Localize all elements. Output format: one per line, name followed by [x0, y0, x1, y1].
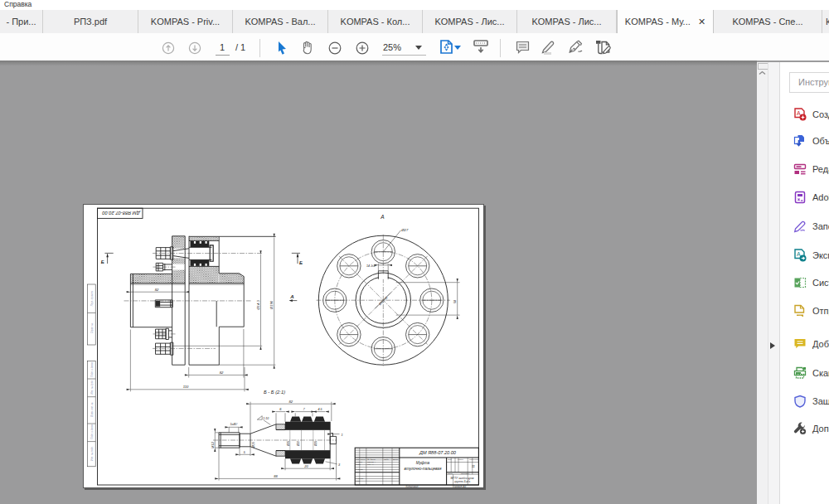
svg-text:58: 58: [453, 299, 457, 303]
svg-text:ДМ Я88-07.20.00: ДМ Я88-07.20.00: [102, 211, 141, 216]
svg-text:Перв. примен.: Перв. примен.: [90, 290, 94, 306]
svg-text:Лист: Лист: [360, 458, 366, 460]
svg-text:3: 3: [338, 463, 341, 467]
svg-text:Ø15: Ø15: [252, 442, 255, 448]
svg-text:110: 110: [183, 385, 189, 389]
svg-text:Разраб.: Разраб.: [356, 461, 363, 463]
svg-text:Листов 1: Листов 1: [460, 472, 470, 474]
svg-text:Ряз. АА: Ряз. АА: [367, 463, 375, 465]
svg-text:Лист: Лист: [447, 472, 453, 474]
svg-text:Лит.: Лит.: [447, 458, 453, 460]
svg-text:М12: М12: [211, 441, 215, 448]
svg-text:Копировал: Копировал: [406, 485, 419, 488]
svg-text:группа 3-х/а: группа 3-х/а: [454, 480, 470, 483]
svg-text:1:10: 1:10: [263, 417, 269, 420]
svg-text:Ø27: Ø27: [400, 228, 409, 232]
svg-text:82: 82: [220, 371, 224, 375]
svg-text:Ø14.3: Ø14.3: [256, 300, 260, 311]
svg-text:Изм: Изм: [356, 458, 360, 460]
svg-text:Справ. №: Справ. №: [90, 323, 94, 334]
svg-text:Ø190: Ø190: [269, 300, 274, 310]
svg-text:Пров.: Пров.: [356, 463, 361, 465]
svg-text:Взам. инв. №: Взам. инв. №: [90, 402, 94, 416]
svg-text:Подп. и дата: Подп. и дата: [90, 424, 94, 439]
svg-text:Т.контр.: Т.контр.: [356, 468, 364, 470]
svg-text:Утв.: Утв.: [356, 480, 361, 482]
svg-text:Масса: Масса: [458, 458, 464, 460]
svg-text:A: A: [797, 251, 801, 257]
svg-text:Подп.: Подп.: [384, 458, 389, 460]
svg-text:82: 82: [155, 288, 159, 292]
svg-text:Формат А3: Формат А3: [453, 485, 467, 488]
svg-text:Инв. № дубл.: Инв. № дубл.: [90, 380, 94, 394]
svg-text:Б: Б: [101, 259, 104, 264]
svg-text:Масштаб: Масштаб: [469, 458, 478, 460]
svg-text:Иванов А.: Иванов А.: [367, 461, 376, 463]
svg-text:А: А: [380, 214, 384, 220]
svg-text:88: 88: [274, 474, 278, 478]
svg-text:Ø20: Ø20: [297, 441, 300, 447]
svg-text:Н.контр.: Н.контр.: [356, 477, 364, 479]
svg-text:Инв. № подл.: Инв. № подл.: [90, 446, 94, 461]
svg-text:4.5: 4.5: [318, 408, 322, 411]
svg-text:1х45°: 1х45°: [230, 423, 238, 426]
svg-text:Дата: Дата: [392, 458, 399, 460]
svg-text:Ø25: Ø25: [287, 441, 290, 447]
svg-text:82: 82: [288, 400, 293, 404]
svg-text:6: 6: [279, 407, 282, 411]
svg-text:№ докум.: № докум.: [367, 458, 376, 460]
svg-text:Б: Б: [299, 260, 303, 265]
svg-text:20: 20: [303, 464, 308, 468]
svg-text:1: 1: [342, 434, 343, 437]
svg-text:ДМ Я88-07.20.00: ДМ Я88-07.20.00: [419, 450, 457, 455]
svg-text:5: 5: [244, 451, 245, 454]
svg-text:Муфта: Муфта: [416, 461, 430, 465]
svg-text:А: А: [289, 294, 293, 299]
svg-text:A: A: [797, 110, 801, 116]
svg-text:14 Js9: 14 Js9: [366, 264, 376, 268]
svg-text:Подп. и дата: Подп. и дата: [90, 362, 94, 377]
svg-text:Ø25: Ø25: [314, 441, 318, 447]
svg-text:7: 7: [303, 407, 305, 411]
svg-text:11: 11: [472, 465, 475, 468]
svg-text:втулочно-пальцевая: втулочно-пальцевая: [405, 467, 442, 471]
svg-text:Б - Б (2:1): Б - Б (2:1): [264, 390, 285, 395]
